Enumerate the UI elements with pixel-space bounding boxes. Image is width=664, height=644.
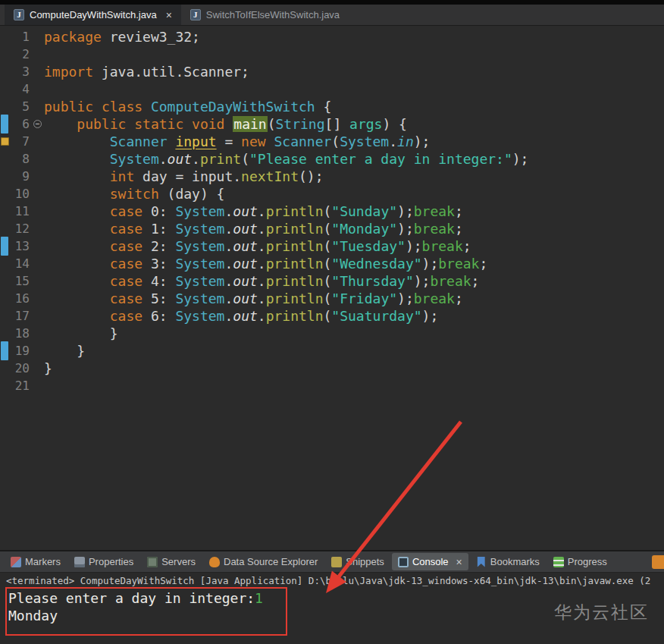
marker-cell[interactable] <box>0 307 10 325</box>
code-token: . <box>258 203 266 219</box>
code-text <box>42 80 44 98</box>
marker-cell[interactable] <box>0 290 10 307</box>
code-text: int day = input.nextInt(); <box>42 168 323 185</box>
properties-icon <box>74 557 85 567</box>
marker-cell[interactable] <box>0 98 10 115</box>
code-line[interactable]: 8 System.out.print("Please enter a day i… <box>0 150 664 168</box>
marker-cell[interactable] <box>0 46 10 63</box>
marker-cell[interactable] <box>0 80 10 98</box>
editor-tab-label: SwitchToIfElseWithSwitch.java <box>206 9 340 20</box>
code-token: case <box>110 291 143 306</box>
code-line[interactable]: 3import java.util.Scanner; <box>0 63 664 80</box>
marker-cell[interactable] <box>0 377 10 394</box>
code-token: out <box>233 273 258 289</box>
marker-cell[interactable] <box>0 255 10 272</box>
code-text: } <box>42 325 118 342</box>
code-line[interactable]: 15 case 4: System.out.println("Thursday"… <box>0 272 664 290</box>
line-number: 16 <box>10 290 32 307</box>
fold-toggle[interactable]: − <box>32 115 42 133</box>
code-line[interactable]: 17 case 6: System.out.println("Suaturday… <box>0 307 664 325</box>
view-tab-console[interactable]: Console× <box>392 553 468 570</box>
snippets-icon <box>331 557 342 567</box>
bookmark-marker[interactable] <box>0 133 10 150</box>
code-token <box>266 134 274 149</box>
marker-cell[interactable] <box>0 63 10 80</box>
view-tab-servers[interactable]: Servers <box>141 553 202 570</box>
view-tab-data-source-explorer[interactable]: Data Source Explorer <box>203 553 324 570</box>
code-token: (day) { <box>159 186 225 202</box>
code-line[interactable]: 11 case 0: System.out.println("Sunday");… <box>0 203 664 220</box>
code-line[interactable]: 10 switch (day) { <box>0 185 664 203</box>
view-tab-properties[interactable]: Properties <box>68 553 139 570</box>
code-line[interactable]: 6− public static void main(String[] args… <box>0 115 664 133</box>
code-token: ; <box>463 238 471 254</box>
eclipse-window: JComputeDayWithSwitch.java×JSwitchToIfEl… <box>0 0 664 644</box>
code-token: ( <box>324 308 332 324</box>
code-line[interactable]: 14 case 3: System.out.println("Wednesday… <box>0 255 664 272</box>
code-token: nextInt <box>241 168 299 184</box>
code-token: public <box>77 116 126 132</box>
code-line[interactable]: 21 <box>0 377 664 394</box>
editor-tab[interactable]: JComputeDayWithSwitch.java× <box>5 5 181 25</box>
marker-cell[interactable] <box>0 360 10 377</box>
code-token: . <box>258 308 266 324</box>
view-tab-bookmarks[interactable]: Bookmarks <box>470 553 546 570</box>
marker-cell[interactable] <box>0 325 10 342</box>
code-token: System <box>110 151 159 167</box>
marker-cell[interactable] <box>0 220 10 237</box>
code-token: { <box>315 99 332 115</box>
range-marker[interactable] <box>0 342 10 360</box>
code-line[interactable]: 7 Scanner input = new Scanner(System.in)… <box>0 133 664 150</box>
marker-cell[interactable] <box>0 150 10 168</box>
marker-cell[interactable] <box>0 168 10 185</box>
marker-cell[interactable] <box>0 272 10 290</box>
code-token: ); <box>406 238 422 254</box>
code-line[interactable]: 19 } <box>0 342 664 360</box>
code-token: println <box>266 221 324 237</box>
code-line[interactable]: 12 case 1: System.out.println("Monday");… <box>0 220 664 237</box>
code-token: break <box>414 203 455 219</box>
code-line[interactable]: 4 <box>0 80 664 98</box>
range-marker[interactable] <box>0 115 10 133</box>
code-token: "Tuesday" <box>331 238 406 254</box>
code-token: case <box>110 256 143 272</box>
code-line[interactable]: 18 } <box>0 325 664 342</box>
code-line[interactable]: 13 case 2: System.out.println("Tuesday")… <box>0 237 664 255</box>
code-line[interactable]: 5public class ComputeDayWithSwitch { <box>0 98 664 115</box>
view-tab-label: Servers <box>161 556 196 567</box>
partial-view-icon[interactable] <box>652 555 664 569</box>
code-token: . <box>224 238 233 254</box>
view-tab-snippets[interactable]: Snippets <box>325 553 390 570</box>
marker-cell[interactable] <box>0 28 10 46</box>
editor-tab[interactable]: JSwitchToIfElseWithSwitch.java <box>181 5 349 25</box>
code-line[interactable]: 9 int day = input.nextInt(); <box>0 168 664 185</box>
marker-cell[interactable] <box>0 185 10 203</box>
code-token: . <box>224 256 233 272</box>
code-editor[interactable]: 1package review3_32;23import java.util.S… <box>0 26 664 550</box>
code-token: break <box>414 221 455 237</box>
code-line[interactable]: 1package review3_32; <box>0 28 664 46</box>
line-number: 6 <box>10 115 32 133</box>
code-token <box>224 116 233 132</box>
close-icon[interactable]: × <box>166 10 172 20</box>
code-line[interactable]: 16 case 5: System.out.println("Friday");… <box>0 290 664 307</box>
range-marker[interactable] <box>0 237 10 255</box>
fold-collapse-icon[interactable]: − <box>33 120 42 128</box>
view-tab-progress[interactable]: Progress <box>547 553 613 570</box>
marker-cell[interactable] <box>0 203 10 220</box>
code-line[interactable]: 2 <box>0 46 664 63</box>
view-tab-markers[interactable]: Markers <box>5 553 67 570</box>
code-token: System <box>175 256 224 272</box>
code-token: review3_32; <box>102 29 200 45</box>
line-number: 5 <box>10 98 32 115</box>
fold-cell <box>32 28 42 46</box>
code-token: int <box>110 168 135 184</box>
view-tab-label: Snippets <box>346 556 384 567</box>
line-number: 21 <box>10 377 32 394</box>
code-line[interactable]: 20} <box>0 360 664 377</box>
code-text: switch (day) { <box>42 185 224 203</box>
fold-cell <box>32 98 42 115</box>
code-token: } <box>44 343 85 359</box>
close-icon[interactable]: × <box>456 557 462 567</box>
java-file-icon: J <box>190 9 201 20</box>
